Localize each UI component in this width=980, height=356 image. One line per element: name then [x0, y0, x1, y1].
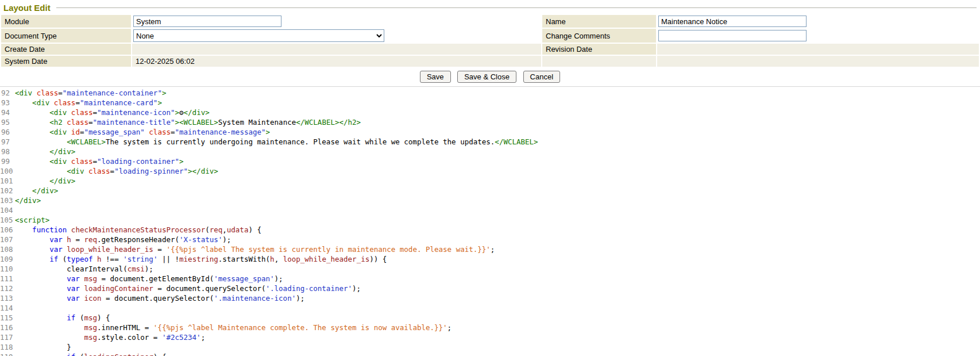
code-token — [15, 108, 49, 117]
code-token: ); — [352, 284, 361, 293]
code-line: 119 if (loadingContainer) { — [0, 352, 980, 356]
code-token: )) { — [369, 255, 387, 263]
code-token: ( — [58, 255, 67, 263]
code-token: loop_while_header_is — [283, 255, 370, 263]
code-token: > — [266, 128, 271, 136]
code-token: var — [67, 274, 80, 283]
name-input[interactable] — [658, 16, 807, 27]
system-date-value: 12-02-2025 06:02 — [132, 56, 541, 67]
code-token — [15, 284, 67, 293]
code-token: loadingContainer — [84, 353, 153, 356]
cancel-button[interactable]: Cancel — [523, 71, 560, 83]
code-token: '#2c5234' — [162, 333, 201, 342]
line-number: 114 — [0, 303, 15, 313]
code-token: } — [15, 343, 71, 351]
code-token: class — [71, 157, 93, 166]
code-text: <script> — [15, 215, 49, 225]
code-token: = — [93, 108, 98, 117]
line-number: 94 — [0, 108, 15, 117]
code-token — [15, 333, 84, 342]
code-token — [84, 167, 88, 175]
code-text: </div> — [15, 186, 58, 196]
code-token: </div> — [184, 108, 210, 117]
code-line: 115 if (msg) { — [0, 313, 980, 323]
code-line: 94 <div class="maintenance-icon">⚙</div> — [0, 108, 980, 117]
code-token: </WCLABEL> — [495, 137, 538, 146]
code-token: = document.getElementById( — [97, 274, 214, 283]
line-number: 106 — [0, 225, 15, 235]
code-token: ); — [275, 274, 283, 283]
save-and-close-button[interactable]: Save & Close — [457, 71, 516, 83]
code-editor[interactable]: 92<div class="maintenance-container">93 … — [0, 86, 980, 356]
code-token: > — [162, 89, 167, 97]
code-token: ( — [75, 313, 84, 322]
code-token: <WCLABEL> — [67, 137, 106, 146]
change-comments-input[interactable] — [658, 30, 807, 41]
code-token — [15, 177, 49, 185]
document-type-select[interactable]: None — [133, 29, 384, 42]
code-line: 104 — [0, 205, 980, 215]
code-token: class — [37, 89, 59, 97]
form-row-create-revision: Create Date Revision Date — [1, 44, 979, 55]
code-token: <div — [32, 98, 49, 107]
code-line: 93 <div class="maintenance-card"> — [0, 98, 980, 108]
code-token: "maintenance-container" — [63, 89, 162, 97]
code-token: = document.querySelector( — [102, 294, 214, 303]
code-token: "message_span" — [84, 128, 144, 136]
line-number: 110 — [0, 264, 15, 274]
code-token: clearInterval( — [15, 265, 128, 273]
code-token: ></div> — [188, 167, 218, 175]
module-input[interactable] — [133, 16, 281, 27]
line-number: 93 — [0, 98, 15, 108]
empty-cell — [657, 56, 979, 67]
code-line: 111 var msg = document.getElementById('m… — [0, 274, 980, 284]
code-text: clearInterval(cmsi); — [15, 264, 153, 274]
code-token: 'string' — [123, 255, 157, 263]
code-token: = — [58, 89, 63, 97]
line-number: 118 — [0, 342, 15, 352]
code-token: <script> — [15, 216, 49, 224]
code-token: || ! — [157, 255, 179, 263]
code-token: '{{%pjs ^label Maintenance complete. The… — [153, 323, 447, 332]
code-token: class — [67, 118, 88, 127]
line-number: 112 — [0, 284, 15, 293]
change-comments-cell — [657, 29, 979, 43]
form-row-module-name: Module Name — [1, 15, 979, 28]
code-token — [67, 225, 71, 234]
line-number: 96 — [0, 127, 15, 137]
code-line: 103</div> — [0, 196, 980, 205]
line-number: 100 — [0, 166, 15, 176]
code-line: 107 var h = req.getResponseHeader('X-sta… — [0, 235, 980, 244]
code-token: checkMaintenanceStatusProcessor — [71, 225, 205, 234]
code-token: msg — [84, 323, 97, 332]
code-token: </div> — [49, 177, 75, 185]
code-token: </div> — [15, 196, 41, 205]
code-token: > — [175, 108, 180, 117]
layout-edit-page: Layout Edit Module Name Document Type No… — [0, 0, 980, 356]
line-number: 107 — [0, 235, 15, 244]
code-token: > — [157, 98, 162, 107]
code-token: "loading-spinner" — [114, 167, 188, 175]
line-number: 119 — [0, 352, 15, 356]
code-line: 116 msg.innerHTML = '{{%pjs ^label Maint… — [0, 323, 980, 332]
code-token: ); — [296, 294, 304, 303]
code-token: req — [210, 225, 223, 234]
code-text: <div class="maintenance-container"> — [15, 88, 166, 98]
code-line: 113 var icon = document.querySelector('.… — [0, 293, 980, 303]
code-token: ); — [145, 265, 153, 273]
code-token: msg — [84, 274, 97, 283]
code-token: .style.color = — [97, 333, 162, 342]
code-token: if — [67, 313, 75, 322]
save-button[interactable]: Save — [420, 71, 451, 83]
code-token: "maintenance-icon" — [97, 108, 175, 117]
code-text: <WCLABEL>The system is currently undergo… — [15, 137, 538, 147]
code-token: ); — [222, 235, 231, 244]
code-line: 98 </div> — [0, 147, 980, 156]
code-token — [15, 147, 49, 156]
code-token: loadingContainer — [84, 284, 153, 293]
code-token: "maintenance-card" — [80, 98, 157, 107]
line-number: 117 — [0, 332, 15, 342]
code-line: 114 — [0, 303, 980, 313]
line-number: 113 — [0, 293, 15, 303]
code-token: class — [88, 167, 110, 175]
